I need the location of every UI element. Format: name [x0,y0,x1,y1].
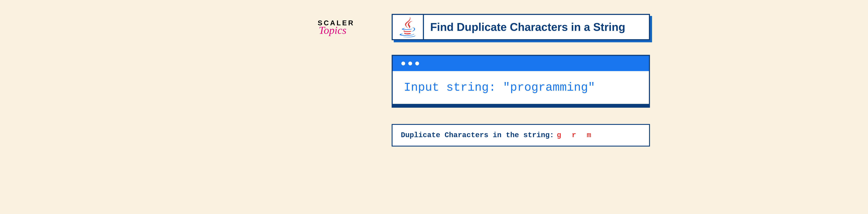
input-value: "programming" [503,81,595,94]
output-label: Duplicate Characters in the string: [401,131,554,139]
window-dots-header [393,56,649,71]
logo-text-topics: Topics [319,24,370,36]
duplicate-characters: g r m [557,131,594,139]
content-wrapper: Find Duplicate Characters in a String In… [392,14,650,147]
input-label: Input string: [404,81,496,94]
window-dot-icon [401,62,405,65]
scaler-topics-logo: SCALER Topics [318,19,370,36]
page-title: Find Duplicate Characters in a String [424,21,625,33]
window-dot-icon [415,62,419,65]
title-bar: Find Duplicate Characters in a String [392,14,650,40]
input-text: Input string: "programming" [393,71,649,104]
java-icon [397,16,418,37]
input-box: Input string: "programming" [392,55,650,105]
title-icon-box [393,15,424,39]
window-dot-icon [408,62,412,65]
output-box: Duplicate Characters in the string: g r … [392,124,650,147]
